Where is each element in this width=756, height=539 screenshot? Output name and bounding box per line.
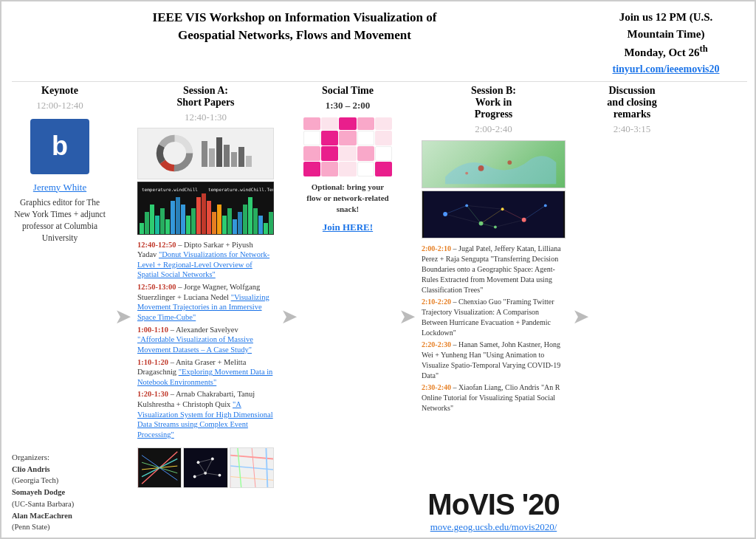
join-info: Join us 12 PM (U.S. Mountain Time) Monda… bbox=[585, 9, 747, 77]
svg-point-70 bbox=[443, 212, 447, 216]
session-b-images bbox=[422, 140, 566, 238]
keynote-time: 12:00-12:40 bbox=[12, 100, 108, 111]
session-b-map-img bbox=[422, 140, 566, 188]
food-cell bbox=[321, 131, 338, 145]
food-cell bbox=[375, 162, 392, 176]
movis-brand: MoVIS '20 move.geog.ucsb.edu/movis2020/ bbox=[422, 488, 566, 533]
svg-rect-30 bbox=[227, 208, 232, 234]
sb-paper-1: 2:00-2:10 – Jugal Patel, Jeffery Katan, … bbox=[422, 244, 566, 295]
discussion-label-1: Discussion bbox=[608, 85, 655, 96]
svg-rect-19 bbox=[171, 201, 175, 234]
join-day-line: Monday, Oct 26th bbox=[585, 42, 747, 61]
svg-rect-17 bbox=[160, 208, 165, 234]
main-content: Keynote 12:00-12:40 b Jeremy White Graph… bbox=[12, 85, 747, 534]
arrow-4: ➤ bbox=[570, 100, 591, 534]
org-affil-1: (Georgia Tech) bbox=[12, 476, 58, 484]
food-cell bbox=[375, 146, 392, 161]
session-b-time: 2:00-2:40 bbox=[422, 123, 566, 135]
svg-point-67 bbox=[507, 160, 512, 165]
join-url-link[interactable]: tinyurl.com/ieeemovis20 bbox=[585, 61, 747, 77]
session-a-column: Session A: Short Papers 12:40-1:30 bbox=[137, 85, 274, 534]
arrow-1: ➤ bbox=[112, 100, 133, 534]
discussion-time: 2:40-3:15 bbox=[595, 123, 669, 135]
session-b-column: Session B: Work in Progress 2:00-2:40 bbox=[422, 85, 566, 534]
keynote-logo: b bbox=[30, 119, 89, 174]
discussion-label-2: and closing bbox=[607, 97, 656, 108]
food-cell bbox=[303, 162, 320, 176]
paper-entry-3: 1:00-1:10 – Alexander Savelyev "Affordab… bbox=[137, 325, 274, 355]
logo-letter: b bbox=[52, 131, 68, 162]
org-name-2: Somayeh Dodge bbox=[12, 488, 65, 496]
svg-rect-7 bbox=[216, 137, 222, 167]
session-a-papers: 12:40-12:50 – Dipto Sarkar + Piyush Yada… bbox=[137, 240, 274, 442]
food-cell bbox=[357, 146, 374, 161]
movis-url-link[interactable]: move.geog.ucsb.edu/movis2020/ bbox=[422, 521, 566, 533]
org-somayeh: Somayeh Dodge (UC-Santa Barbara) bbox=[12, 487, 108, 510]
svg-rect-5 bbox=[202, 141, 207, 167]
food-cell bbox=[303, 131, 320, 145]
svg-text:temperature.windChill.Temperat: temperature.windChill.Temperatur bbox=[208, 187, 274, 193]
session-a-charts: temperature.windChill temperature.windCh… bbox=[137, 128, 274, 235]
svg-rect-26 bbox=[207, 201, 211, 234]
keynote-column: Keynote 12:00-12:40 b Jeremy White Graph… bbox=[12, 85, 108, 534]
org-affil-2: (UC-Santa Barbara) bbox=[12, 500, 74, 508]
svg-rect-14 bbox=[145, 212, 149, 234]
organizers-section: Organizers: Clio Andris (Georgia Tech) S… bbox=[12, 451, 108, 533]
org-name-1: Clio Andris bbox=[12, 465, 50, 473]
session-a-time: 12:40-1:30 bbox=[137, 111, 274, 123]
food-cell bbox=[339, 117, 356, 131]
session-b-papers: 2:00-2:10 – Jugal Patel, Jeffery Katan, … bbox=[422, 244, 566, 413]
svg-rect-15 bbox=[150, 205, 154, 234]
organizers-title: Organizers: bbox=[12, 451, 108, 464]
join-here-link[interactable]: Join HERE! bbox=[303, 222, 392, 233]
org-alan: Alan MacEachren (Penn State) bbox=[12, 510, 108, 534]
discussion-label-3: remarks bbox=[614, 109, 650, 120]
svg-rect-6 bbox=[209, 148, 215, 167]
svg-rect-29 bbox=[222, 216, 227, 234]
chart-heatmap: temperature.windChill temperature.windCh… bbox=[137, 182, 274, 235]
keynote-label: Keynote bbox=[12, 85, 108, 97]
speaker-description: Graphics editor for The New York Times +… bbox=[12, 196, 108, 244]
svg-rect-47 bbox=[185, 448, 227, 487]
paper-entry-5: 1:20-1:30 – Arnab Chakrabarti, Tanuj Kul… bbox=[137, 389, 274, 439]
svg-rect-22 bbox=[186, 216, 190, 234]
arrow-icon-1: ➤ bbox=[114, 304, 131, 329]
header: IEEE VIS Workshop on Information Visuali… bbox=[12, 9, 747, 82]
svg-rect-9 bbox=[231, 152, 237, 167]
arrow-2: ➤ bbox=[278, 100, 299, 534]
org-affil-3: (Penn State) bbox=[12, 523, 50, 531]
join-sup: th bbox=[699, 44, 707, 54]
food-cell bbox=[357, 162, 374, 176]
speaker-name-link[interactable]: Jeremy White bbox=[12, 182, 108, 193]
food-cell bbox=[339, 146, 356, 161]
paper-entry-2: 12:50-13:00 – Jorge Wagner, Wolfgang Stu… bbox=[137, 282, 274, 323]
session-b-label-3: Progress bbox=[475, 109, 513, 120]
social-label: Social Time bbox=[303, 85, 392, 97]
svg-rect-10 bbox=[238, 147, 244, 167]
mini-img-2 bbox=[183, 447, 227, 488]
social-description: Optional: bring your flow or network-rel… bbox=[303, 182, 392, 216]
session-b-label: Session B: Work in Progress bbox=[422, 85, 566, 120]
svg-rect-27 bbox=[212, 212, 216, 234]
chart-donut bbox=[137, 128, 274, 179]
paper-link-3[interactable]: "Affordable Visualization of Massive Mov… bbox=[137, 335, 253, 354]
food-cell bbox=[339, 131, 356, 145]
session-a-label-1: Session A: bbox=[183, 85, 228, 96]
session-a-label-2: Short Papers bbox=[176, 97, 234, 108]
svg-rect-25 bbox=[202, 193, 206, 234]
svg-rect-35 bbox=[253, 208, 258, 234]
food-cell bbox=[303, 146, 320, 161]
svg-rect-11 bbox=[246, 156, 252, 167]
social-time: 1:30 – 2:00 bbox=[303, 100, 392, 111]
arrow-3: ➤ bbox=[396, 100, 417, 534]
sb-paper-2: 2:10-2:20 – Chenxiao Guo "Framing Twitte… bbox=[422, 297, 566, 338]
title-line1: IEEE VIS Workshop on Information Visuali… bbox=[153, 10, 437, 24]
food-cell bbox=[321, 117, 338, 131]
paper-entry-4: 1:10-1:20 – Anita Graser + Melitta Draga… bbox=[137, 357, 274, 388]
food-cell bbox=[339, 162, 356, 176]
food-cell bbox=[375, 131, 392, 145]
svg-rect-24 bbox=[196, 197, 201, 234]
session-a-label: Session A: Short Papers bbox=[137, 85, 274, 109]
discussion-column: Discussion and closing remarks 2:40-3:15 bbox=[595, 85, 669, 534]
session-b-network-img bbox=[422, 190, 566, 238]
